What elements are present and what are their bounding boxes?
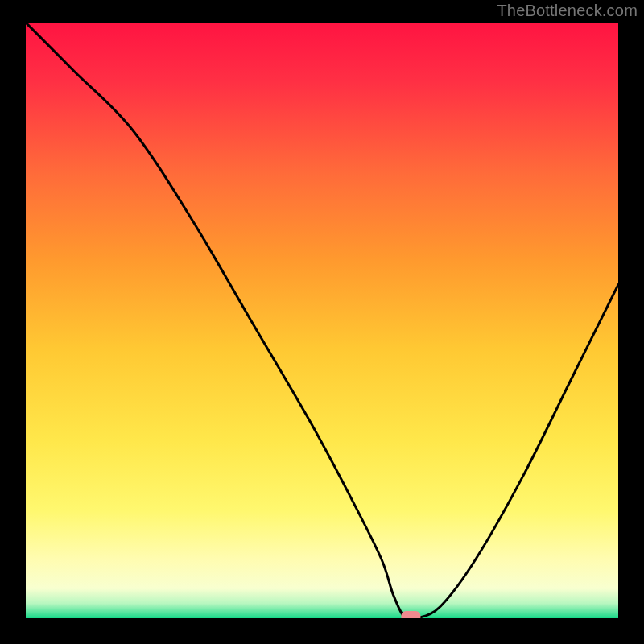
watermark-text: TheBottleneck.com: [497, 2, 638, 20]
chart-svg: [26, 23, 618, 618]
chart-background: [26, 23, 618, 618]
plot-area: [26, 23, 618, 618]
optimum-marker: [401, 611, 420, 618]
chart-frame: TheBottleneck.com: [0, 0, 644, 644]
